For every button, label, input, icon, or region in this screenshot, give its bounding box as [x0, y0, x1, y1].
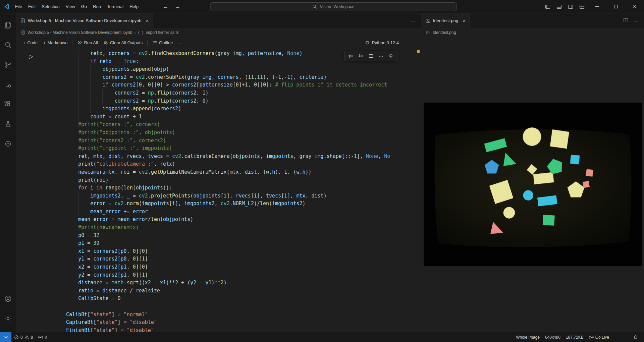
- run-all-button[interactable]: Run All: [74, 39, 100, 47]
- explorer-icon[interactable]: [0, 17, 16, 34]
- code-line[interactable]: print("calibrateCamera :", retx): [66, 160, 390, 168]
- extensions-icon[interactable]: [0, 96, 16, 113]
- kernel-picker[interactable]: Python 3.12.4: [365, 40, 399, 45]
- toggle-secondary-sidebar-icon[interactable]: [565, 0, 576, 13]
- code-line[interactable]: imgpoints2, _ = cv2.projectPoints(objpoi…: [66, 192, 390, 200]
- remote-indicator[interactable]: ><: [0, 332, 11, 342]
- toolbar-more-actions-icon[interactable]: ···: [175, 39, 185, 47]
- image-dimensions-status[interactable]: 640x480: [542, 332, 563, 342]
- code-line[interactable]: CalibState = 0: [66, 295, 390, 303]
- more-actions-icon[interactable]: ···: [634, 18, 639, 23]
- code-line[interactable]: x1 = corners2[p0, 0][0]: [66, 247, 390, 255]
- close-window-button[interactable]: ×: [625, 0, 644, 13]
- problems-status[interactable]: 0 8: [11, 332, 36, 342]
- split-cell-icon[interactable]: [366, 52, 375, 60]
- go-live-button[interactable]: Go Live: [586, 332, 612, 342]
- notebook-cell-editor[interactable]: ▷ retx, corners = cv2.findChessboardCorn…: [16, 49, 421, 332]
- code-line[interactable]: error = cv2.norm(imgpoints[i], imgpoints…: [66, 200, 390, 208]
- execute-below-icon[interactable]: [356, 52, 365, 60]
- menu-terminal[interactable]: Terminal: [104, 0, 126, 13]
- code-line[interactable]: p1 = 39: [66, 239, 390, 247]
- code-line[interactable]: FinishBt["state"] = "disable": [66, 327, 390, 332]
- code-line[interactable]: CalibBt["state"] = "normal": [66, 311, 390, 319]
- code-line[interactable]: count = count + 1: [66, 113, 390, 121]
- tab-bar-spacer: [470, 13, 618, 28]
- split-editor-icon[interactable]: [623, 17, 629, 24]
- code-line[interactable]: for i in range(len(objpoints)):: [66, 184, 390, 192]
- code-line[interactable]: if corners2[0, 0][0] > corners2[patterns…: [66, 81, 390, 89]
- code-line[interactable]: newcameramtx, roi = cv2.getOptimalNewCam…: [66, 168, 390, 176]
- settings-gear-icon[interactable]: [0, 310, 16, 327]
- code-line[interactable]: x2 = corners2[p1, 0][0]: [66, 263, 390, 271]
- add-code-cell-button[interactable]: + Code: [20, 39, 40, 47]
- execute-above-icon[interactable]: [346, 52, 355, 60]
- testing-icon[interactable]: [0, 116, 16, 132]
- source-control-icon[interactable]: [0, 56, 16, 73]
- code-line[interactable]: p0 = 32: [66, 232, 390, 240]
- add-markdown-cell-button[interactable]: + Markdown: [40, 39, 70, 47]
- code-line[interactable]: #print("imgpoint :", imgpoints): [66, 145, 390, 153]
- search-sidebar-icon[interactable]: [0, 37, 16, 53]
- back-icon[interactable]: ←: [163, 0, 168, 13]
- code-line[interactable]: corners2 = cv2.cornerSubPix(gray_img, co…: [66, 73, 390, 81]
- tab-image[interactable]: Identtest.png ×: [421, 13, 470, 28]
- more-actions-icon[interactable]: ···: [411, 18, 416, 23]
- editor-group-right: Identtest.png × ··· Identtest.png: [421, 13, 644, 332]
- menu-edit[interactable]: Edit: [25, 0, 39, 13]
- delete-cell-icon[interactable]: [386, 52, 395, 60]
- menu-go[interactable]: Go: [78, 0, 90, 13]
- customize-layout-icon[interactable]: [576, 0, 588, 13]
- run-and-debug-icon[interactable]: [0, 76, 16, 93]
- code-line[interactable]: [66, 303, 390, 311]
- code-line[interactable]: #print("objpoints :", objpoints): [66, 129, 390, 137]
- code-line[interactable]: imgpoints.append(corners2): [66, 105, 390, 113]
- code-line[interactable]: #print("coners2 :", corners2): [66, 137, 390, 145]
- code-line[interactable]: mean_error += error: [66, 208, 390, 216]
- code-line[interactable]: CaptureBt["state"] = "disable": [66, 319, 390, 327]
- code-line[interactable]: y1 = corners2[p0, 0][1]: [66, 255, 390, 263]
- menu-file[interactable]: File: [12, 0, 25, 13]
- image-zoom-status[interactable]: Whole Image: [513, 332, 542, 342]
- ports-status[interactable]: 0: [36, 332, 50, 342]
- code-line[interactable]: distance = math.sqrt((x2 - x1)**2 + (y2 …: [66, 279, 390, 287]
- run-cell-icon[interactable]: ▷: [29, 53, 33, 60]
- breadcrumb-file[interactable]: Identtest.png: [433, 30, 456, 35]
- minimize-button[interactable]: [588, 0, 606, 13]
- jupyter-icon[interactable]: [0, 135, 16, 152]
- code-line[interactable]: corners2 = np.flip(corners2, 1): [66, 89, 390, 97]
- menu-view[interactable]: View: [63, 0, 78, 13]
- forward-icon[interactable]: →: [175, 0, 180, 13]
- code-line[interactable]: if retx == True:: [66, 58, 390, 66]
- menu-run[interactable]: Run: [90, 0, 104, 13]
- menu-help[interactable]: Help: [126, 0, 142, 13]
- code-line[interactable]: ratio = distance / realsize: [66, 287, 390, 295]
- toggle-panel-icon[interactable]: [553, 0, 565, 13]
- scrollbar[interactable]: [416, 49, 421, 332]
- tab-notebook[interactable]: Workshop 5 - Machine Vision Software Dev…: [16, 13, 153, 28]
- code-line[interactable]: y2 = corners2[p1, 0][1]: [66, 271, 390, 279]
- code-line[interactable]: #print(newcameramtx): [66, 224, 390, 232]
- code-line[interactable]: corners2 = np.flip(corners2, 0): [66, 97, 390, 105]
- code-line[interactable]: retx, corners = cv2.findChessboardCorner…: [66, 50, 390, 58]
- code-line[interactable]: mean_error = mean_error/len(objpoints): [66, 216, 390, 224]
- breadcrumb-symbol[interactable]: import tkinter as tk: [146, 30, 179, 35]
- maximize-button[interactable]: [606, 0, 625, 13]
- notifications-button[interactable]: [631, 332, 641, 342]
- code-line[interactable]: objpoints.append(objp): [66, 65, 390, 73]
- outline-button[interactable]: Outline: [150, 39, 175, 47]
- command-center-search[interactable]: Vision_Workspace: [210, 2, 457, 11]
- close-tab-icon[interactable]: ×: [463, 18, 466, 23]
- cell-more-actions-icon[interactable]: ···: [376, 52, 385, 60]
- code-line[interactable]: print(roi): [66, 176, 390, 184]
- close-tab-icon[interactable]: ×: [146, 18, 149, 23]
- breadcrumb-file[interactable]: Workshop 5 - Machine Vision Software Dev…: [28, 30, 132, 35]
- accounts-icon[interactable]: [0, 290, 16, 307]
- image-size-status[interactable]: 187.72KB: [563, 332, 586, 342]
- code-line[interactable]: ret, mtx, dist, rvecs, tvecs = cv2.calib…: [66, 153, 390, 161]
- menu-selection[interactable]: Selection: [39, 0, 62, 13]
- code-line[interactable]: #print("coners :", corners): [66, 121, 390, 129]
- code-lines[interactable]: retx, corners = cv2.findChessboardCorner…: [66, 50, 390, 332]
- toggle-sidebar-icon[interactable]: [542, 0, 553, 13]
- image-preview[interactable]: [424, 103, 642, 266]
- clear-all-outputs-button[interactable]: Clear All Outputs: [101, 39, 146, 47]
